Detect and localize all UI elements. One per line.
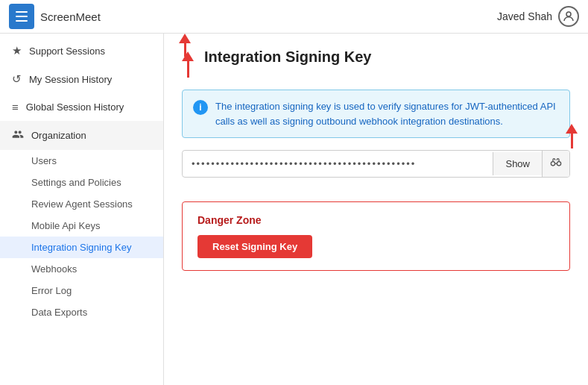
sidebar-item-my-session-history[interactable]: ↺ My Session History (0, 65, 163, 93)
sidebar-label-review-agent: Review Agent Sessions (31, 198, 133, 210)
sidebar-label-settings: Settings and Policies (31, 177, 121, 188)
sidebar-label-global-session-history: Global Session History (26, 101, 124, 113)
header-left: ScreenMeet (9, 4, 101, 29)
menu-button[interactable] (9, 4, 34, 29)
sidebar-label-integration-key: Integration Signing Key (31, 242, 131, 253)
info-text: The integration signing key is used to v… (215, 99, 559, 128)
svg-point-1 (551, 162, 554, 166)
sidebar-sub-item-integration-key[interactable]: Integration Signing Key (0, 237, 163, 258)
menu-icon (16, 11, 28, 22)
arrow-up-indicator (179, 34, 191, 43)
binoculars-button[interactable] (542, 151, 569, 177)
sidebar-label-support-sessions: Support Sessions (29, 46, 105, 57)
sidebar: ★ Support Sessions ↺ My Session History … (0, 34, 164, 385)
sidebar-item-support-sessions[interactable]: ★ Support Sessions (0, 37, 163, 65)
sidebar-section-organization-label: Organization (31, 130, 86, 141)
sidebar-sub-item-review-agent[interactable]: Review Agent Sessions (0, 193, 163, 215)
list-icon: ≡ (12, 101, 19, 113)
info-box: i The integration signing key is used to… (182, 90, 570, 138)
page-title: Integration Signing Key (204, 48, 371, 66)
user-avatar-icon (558, 6, 579, 27)
sidebar-sub-item-webhooks[interactable]: Webhooks (0, 258, 163, 280)
sidebar-label-my-session-history: My Session History (29, 74, 112, 85)
sidebar-sub-item-users[interactable]: Users (0, 150, 163, 172)
danger-zone: Danger Zone Reset Signing Key (182, 201, 570, 271)
sidebar-sub-item-data-exports[interactable]: Data Exports (0, 301, 163, 323)
key-row-arrow-up (566, 124, 578, 148)
top-header: ScreenMeet Javed Shah (0, 0, 588, 34)
key-input-row: Show (182, 150, 570, 178)
sidebar-section-organization[interactable]: Organization (0, 121, 163, 150)
sidebar-sub-item-settings[interactable]: Settings and Policies (0, 172, 163, 193)
brand-name: ScreenMeet (40, 10, 101, 23)
user-menu[interactable]: Javed Shah (497, 6, 579, 27)
sidebar-label-mobile-api: Mobile Api Keys (31, 220, 101, 231)
sidebar-label-users: Users (31, 155, 57, 166)
people-icon (12, 128, 24, 143)
sidebar-item-global-session-history[interactable]: ≡ Global Session History (0, 93, 163, 121)
sidebar-label-error-log: Error Log (31, 285, 72, 296)
sidebar-label-data-exports: Data Exports (31, 307, 87, 318)
signing-key-input[interactable] (183, 152, 493, 175)
svg-point-0 (566, 12, 571, 16)
arrow-shaft (184, 43, 186, 57)
history-icon: ↺ (12, 72, 22, 86)
show-button[interactable]: Show (493, 152, 542, 175)
svg-point-2 (557, 162, 560, 166)
reset-signing-key-button[interactable]: Reset Signing Key (197, 235, 312, 258)
user-name: Javed Shah (497, 10, 552, 22)
star-icon: ★ (12, 44, 22, 57)
sidebar-sub-item-error-log[interactable]: Error Log (0, 280, 163, 301)
danger-zone-title: Danger Zone (197, 214, 554, 226)
info-icon: i (193, 100, 208, 115)
sidebar-label-webhooks: Webhooks (31, 263, 77, 275)
sidebar-sub-item-mobile-api[interactable]: Mobile Api Keys (0, 215, 163, 237)
main-layout: ★ Support Sessions ↺ My Session History … (0, 34, 588, 385)
content-area: Integration Signing Key i The integratio… (164, 34, 588, 385)
